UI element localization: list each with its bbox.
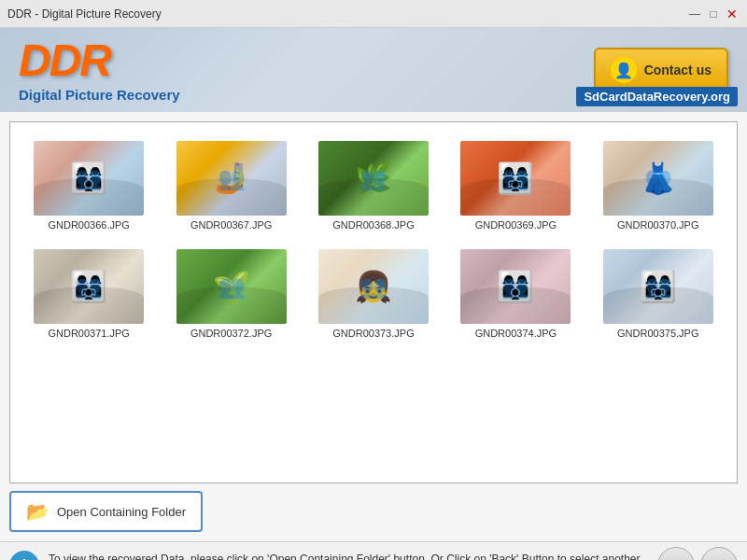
forward-button[interactable]: ▶ xyxy=(700,547,738,561)
gallery-thumbnail: 👧 xyxy=(318,249,429,324)
gallery-thumbnail: 👩‍👩‍👧 xyxy=(460,141,571,216)
gallery-item-label: GNDR00371.JPG xyxy=(48,328,129,339)
info-icon: i xyxy=(9,551,39,561)
maximize-button[interactable]: □ xyxy=(706,7,721,21)
ddr-logo: DDR xyxy=(19,38,180,83)
gallery-thumbnail: 🌱 xyxy=(176,249,287,324)
header: DDR Digital Picture Recovery 👤 Contact u… xyxy=(0,28,747,112)
gallery-thumbnail: 🌿 xyxy=(318,141,429,216)
main-content: 👩‍👩‍👦GNDR00366.JPG🤳GNDR00367.JPG🌿GNDR003… xyxy=(0,112,747,541)
header-branding: DDR Digital Picture Recovery xyxy=(19,38,180,103)
statusbar: i To view the recovered Data, please cli… xyxy=(0,541,747,560)
back-button[interactable]: ◀ xyxy=(657,547,695,561)
window-controls[interactable]: — □ ✕ xyxy=(687,7,740,21)
folder-icon: 📂 xyxy=(26,500,49,523)
gallery-thumbnail: 👩‍👩‍👧 xyxy=(603,249,713,324)
list-item[interactable]: 👗GNDR00370.JPG xyxy=(595,141,722,231)
open-folder-label: Open Containing Folder xyxy=(57,505,186,519)
list-item[interactable]: 👩‍👩‍👦GNDR00366.JPG xyxy=(25,141,152,231)
gallery-thumbnail: 👩‍👩‍👦 xyxy=(460,249,571,324)
gallery-item-label: GNDR00369.JPG xyxy=(475,219,557,231)
gallery-grid: 👩‍👩‍👦GNDR00366.JPG🤳GNDR00367.JPG🌿GNDR003… xyxy=(25,141,722,339)
status-text: To view the recovered Data, please click… xyxy=(49,553,648,561)
contact-button-label: Contact us xyxy=(644,63,712,77)
gallery-thumbnail: 🤳 xyxy=(176,141,287,216)
close-button[interactable]: ✕ xyxy=(725,7,740,21)
window-title: DDR - Digital Picture Recovery xyxy=(7,7,162,21)
list-item[interactable]: 👩‍👩‍👧GNDR00369.JPG xyxy=(452,141,579,231)
gallery-item-label: GNDR00368.JPG xyxy=(332,219,414,231)
list-item[interactable]: 🌱GNDR00372.JPG xyxy=(167,249,294,339)
list-item[interactable]: 👨‍👩‍👧GNDR00371.JPG xyxy=(25,249,152,339)
gallery-item-label: GNDR00366.JPG xyxy=(48,219,129,231)
gallery-item-label: GNDR00372.JPG xyxy=(190,328,272,339)
gallery-item-label: GNDR00373.JPG xyxy=(332,328,414,339)
contact-icon: 👤 xyxy=(611,57,637,83)
app-subtitle: Digital Picture Recovery xyxy=(19,87,180,103)
minimize-button[interactable]: — xyxy=(687,7,702,21)
nav-buttons[interactable]: ◀ ▶ xyxy=(657,547,738,561)
list-item[interactable]: 👧GNDR00373.JPG xyxy=(310,249,437,339)
gallery-thumbnail: 👨‍👩‍👧 xyxy=(34,249,144,324)
list-item[interactable]: 🌿GNDR00368.JPG xyxy=(310,141,437,231)
gallery-item-label: GNDR00375.JPG xyxy=(617,328,698,339)
open-containing-folder-button[interactable]: 📂 Open Containing Folder xyxy=(9,491,203,532)
gallery-thumbnail: 👩‍👩‍👦 xyxy=(34,141,144,216)
gallery-item-label: GNDR00370.JPG xyxy=(617,219,698,231)
gallery-scroll[interactable]: 👩‍👩‍👦GNDR00366.JPG🤳GNDR00367.JPG🌿GNDR003… xyxy=(10,122,737,483)
gallery-container: 👩‍👩‍👦GNDR00366.JPG🤳GNDR00367.JPG🌿GNDR003… xyxy=(9,121,738,483)
gallery-thumbnail: 👗 xyxy=(603,141,713,216)
gallery-item-label: GNDR00367.JPG xyxy=(190,219,272,231)
titlebar: DDR - Digital Picture Recovery — □ ✕ xyxy=(0,0,747,28)
list-item[interactable]: 👩‍👩‍👦GNDR00374.JPG xyxy=(452,249,579,339)
contact-button[interactable]: 👤 Contact us xyxy=(594,48,728,92)
list-item[interactable]: 👩‍👩‍👧GNDR00375.JPG xyxy=(595,249,722,339)
list-item[interactable]: 🤳GNDR00367.JPG xyxy=(167,141,294,231)
watermark: SdCardDataRecovery.org xyxy=(576,87,738,106)
gallery-item-label: GNDR00374.JPG xyxy=(475,328,557,339)
